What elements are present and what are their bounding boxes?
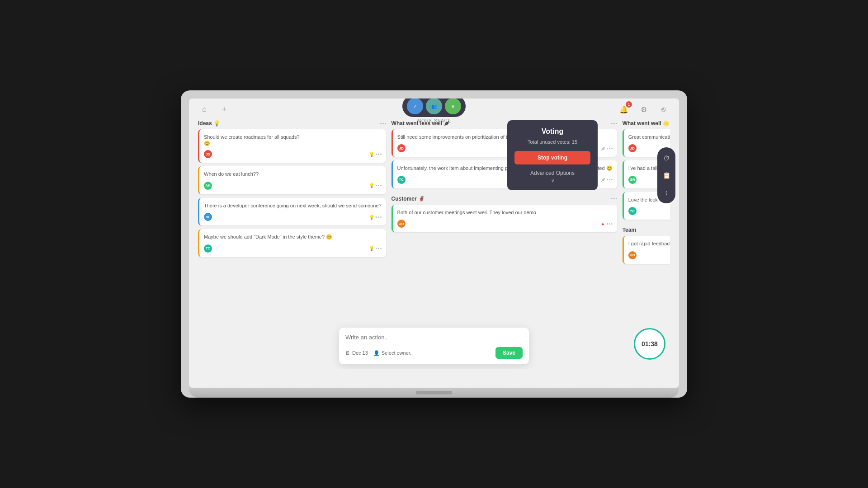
card-ideas-4-text: Maybe we should add "Dark Mode" in the s… xyxy=(204,234,382,240)
clipboard-icon[interactable]: 📋 xyxy=(660,169,673,182)
card-well-1-text: Great communication, both internally and… xyxy=(628,134,670,141)
main-content: Ideas 💡 Should we create roadmaps for al… xyxy=(189,120,679,369)
exit-button[interactable]: ⎋ xyxy=(657,103,670,116)
home-button[interactable]: ⌂ xyxy=(198,103,211,116)
avatar: OR xyxy=(397,220,406,228)
laptop-base xyxy=(189,388,679,398)
column-went-well-title: What went well 🌟 xyxy=(623,120,670,127)
settings-button[interactable]: ⚙ xyxy=(637,103,650,116)
customer-header: Customer 🦸 xyxy=(392,196,617,202)
avatar: OR xyxy=(628,251,637,259)
column-ideas-header: Ideas 💡 xyxy=(198,120,386,127)
svg-text:✓: ✓ xyxy=(413,104,417,109)
nav-icons: ✓ 👥 ≡ xyxy=(402,99,466,117)
avatar: AK xyxy=(204,182,212,190)
action-bar: 🗓 Dec 13 👤 Select owner.. Save xyxy=(339,328,529,364)
add-button[interactable]: + xyxy=(218,103,231,116)
owner-selector[interactable]: 👤 Select owner.. xyxy=(373,350,413,356)
avatar: JD xyxy=(204,150,212,158)
voting-title: Voting xyxy=(514,127,590,136)
card-team-1-text: I got rapid feedback and help when I got… xyxy=(628,240,670,247)
owner-label: Select owner.. xyxy=(382,350,413,356)
card-team-1: I got rapid feedback and help when I got… xyxy=(623,236,670,263)
column-ideas-actions xyxy=(380,123,386,124)
notif-badge: 1 xyxy=(626,101,632,108)
save-button[interactable]: Save xyxy=(495,347,523,359)
svg-text:≡: ≡ xyxy=(452,104,454,109)
date-picker[interactable]: 🗓 Dec 13 xyxy=(345,350,368,356)
avatar: TC xyxy=(204,244,212,253)
card-ideas-1-text: Should we create roadmaps for all squads… xyxy=(204,134,382,141)
top-bar-center: ✓ 👥 ≡ WORK SPACE xyxy=(402,99,466,123)
screen: ⌂ + ✓ 👥 ≡ WORK SPACE xyxy=(189,99,679,388)
team-section: Team I got rapid feedback and help when … xyxy=(623,227,670,263)
timer-display: 01:38 xyxy=(634,328,665,360)
card-customer-1: Both of our customer meetings went well.… xyxy=(392,205,617,232)
nav-check-icon[interactable]: ✓ xyxy=(407,99,423,114)
card-ideas-3: There is a developer conference going on… xyxy=(198,198,386,225)
customer-section: Customer 🦸 Both of our customer meetings… xyxy=(392,196,617,232)
column-less-well-title: What went less well 🌶 xyxy=(392,120,449,127)
card-ideas-2: When do we eat lunch?? AK 💡 xyxy=(198,166,386,194)
svg-text:👥: 👥 xyxy=(431,103,437,109)
chevron-down-icon: ∨ xyxy=(514,178,590,183)
person-icon: 👤 xyxy=(373,350,380,356)
card-ideas-4: Maybe we should add "Dark Mode" in the s… xyxy=(198,229,386,257)
avatar: TC xyxy=(628,207,637,215)
avatar: BL xyxy=(204,213,212,221)
swap-icon[interactable]: ↕ xyxy=(660,186,673,199)
nav-users-icon[interactable]: 👥 xyxy=(426,99,442,114)
timer-value: 01:38 xyxy=(642,340,658,347)
timer-icon[interactable]: ⏱ xyxy=(660,152,673,164)
avatar: TC xyxy=(397,176,406,184)
card-ideas-3-text: There is a developer conference going on… xyxy=(204,202,382,209)
avatar: JD xyxy=(397,144,406,152)
top-bar: ⌂ + ✓ 👥 ≡ WORK SPACE xyxy=(189,99,679,120)
notification-button[interactable]: 🔔 1 xyxy=(618,103,630,116)
voting-subtitle: Total unused votes: 15 xyxy=(514,139,590,145)
column-ideas-title: Ideas 💡 xyxy=(198,120,220,127)
right-sidebar: ⏱ 📋 ↕ xyxy=(657,147,675,203)
team-header: Team xyxy=(623,227,670,233)
card-ideas-1: Should we create roadmaps for all squads… xyxy=(198,129,386,163)
stop-voting-button[interactable]: Stop voting xyxy=(514,151,590,164)
advanced-options[interactable]: Advanced Options ∨ xyxy=(514,170,590,183)
avatar: GR xyxy=(628,176,637,184)
top-bar-right: 🔔 1 ⚙ ⎋ xyxy=(618,103,670,116)
team-title: Team xyxy=(623,227,636,233)
avatar: JD xyxy=(628,144,637,152)
action-input[interactable] xyxy=(345,334,523,341)
laptop-notch xyxy=(416,391,452,394)
calendar-icon: 🗓 xyxy=(345,350,350,356)
column-less-well-actions xyxy=(611,123,617,124)
card-customer-1-text: Both of our customer meetings went well.… xyxy=(397,209,613,216)
customer-title: Customer 🦸 xyxy=(392,196,425,202)
date-label: Dec 13 xyxy=(352,350,368,356)
voting-panel: Voting Total unused votes: 15 Stop votin… xyxy=(507,120,598,190)
card-ideas-2-text: When do we eat lunch?? xyxy=(204,171,382,178)
top-bar-left: ⌂ + xyxy=(198,103,231,116)
laptop-frame: ⌂ + ✓ 👥 ≡ WORK SPACE xyxy=(181,90,687,398)
column-went-well-header: What went well 🌟 xyxy=(623,120,670,127)
nav-menu-icon[interactable]: ≡ xyxy=(445,99,461,114)
